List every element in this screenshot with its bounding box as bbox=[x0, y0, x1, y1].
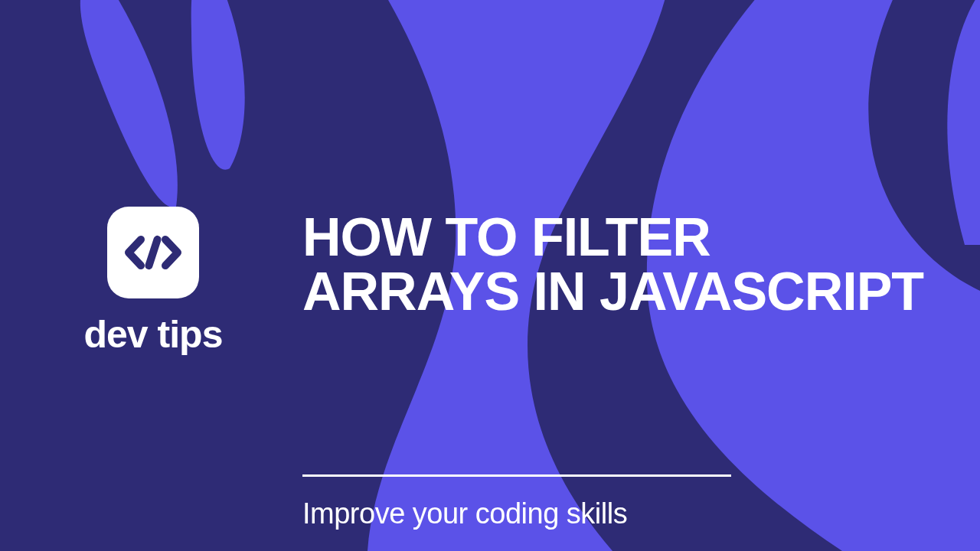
svg-line-0 bbox=[149, 240, 157, 266]
brand-name: dev tips bbox=[54, 312, 253, 357]
divider bbox=[302, 474, 731, 477]
subtitle: Improve your coding skills bbox=[302, 497, 627, 530]
brand-logo: dev tips bbox=[54, 207, 253, 357]
page-title: HOW TO FILTER ARRAYS IN JAVASCRIPT bbox=[302, 210, 934, 320]
code-icon bbox=[107, 207, 199, 298]
code-brackets-icon bbox=[122, 233, 184, 272]
